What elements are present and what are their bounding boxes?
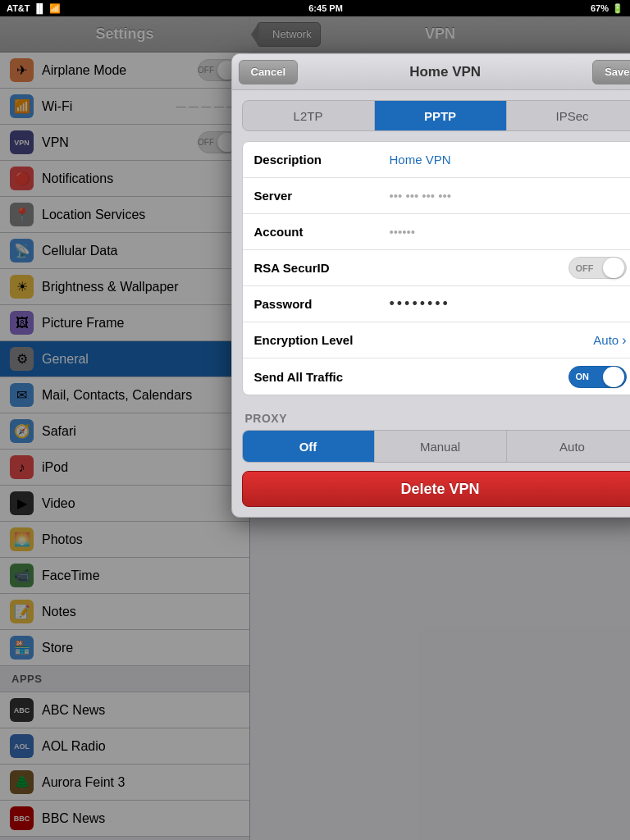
status-left: AT&T ▐▌ 📶 xyxy=(7,3,61,14)
tab-pptp[interactable]: PPTP xyxy=(375,101,507,130)
field-value-account: •••••• xyxy=(390,225,627,239)
field-label-password: Password xyxy=(254,297,390,311)
cancel-button[interactable]: Cancel xyxy=(239,60,299,84)
wifi-icon: 📶 xyxy=(49,3,61,14)
chevron-icon: › xyxy=(622,333,626,348)
status-bar: AT&T ▐▌ 📶 6:45 PM 67% 🔋 xyxy=(0,0,630,16)
tab-ipsec[interactable]: IPSec xyxy=(507,101,631,130)
traffic-toggle[interactable]: ON xyxy=(568,366,627,388)
carrier: AT&T xyxy=(7,3,30,13)
field-label-account: Account xyxy=(254,225,390,239)
rsa-toggle[interactable]: OFF xyxy=(568,257,627,279)
field-label-server: Server xyxy=(254,189,390,203)
status-time: 6:45 PM xyxy=(308,3,343,13)
field-label-encryption: Encryption Level xyxy=(254,333,390,347)
protocol-tab-selector: L2TP PPTP IPSec xyxy=(242,100,631,131)
delete-vpn-button[interactable]: Delete VPN xyxy=(242,471,631,507)
form-section: Description Home VPN Server ••• ••• ••• … xyxy=(242,141,631,395)
field-label-rsa: RSA SecurID xyxy=(254,261,390,275)
form-row-account[interactable]: Account •••••• xyxy=(243,214,631,250)
signal-icon: ▐▌ xyxy=(34,3,47,13)
right-panel: Network VPN VPN OFF Choose a Configurati… xyxy=(250,16,630,840)
rsa-toggle-label: OFF xyxy=(576,263,594,273)
proxy-tab-selector: Off Manual Auto xyxy=(242,430,631,463)
field-value-server: ••• ••• ••• ••• xyxy=(390,189,627,203)
tab-l2tp[interactable]: L2TP xyxy=(243,101,375,130)
field-label-traffic: Send All Traffic xyxy=(254,370,390,384)
form-row-traffic: Send All Traffic ON xyxy=(243,358,631,395)
form-row-password[interactable]: Password •••••••• xyxy=(243,286,631,322)
form-row-server[interactable]: Server ••• ••• ••• ••• xyxy=(243,178,631,214)
modal-header: Cancel Home VPN Save xyxy=(232,54,631,90)
traffic-toggle-label: ON xyxy=(576,372,590,381)
form-row-encryption[interactable]: Encryption Level Auto › xyxy=(243,322,631,358)
proxy-tab-auto[interactable]: Auto xyxy=(507,431,631,462)
battery-icon: 🔋 xyxy=(612,3,623,14)
modal-title: Home VPN xyxy=(409,64,481,80)
field-value-description: Home VPN xyxy=(390,153,627,167)
field-value-encryption: Auto › xyxy=(390,333,627,348)
main-container: Settings ✈ Airplane Mode OFF 📶 Wi-Fi — —… xyxy=(0,16,630,840)
delete-label: Delete VPN xyxy=(400,481,479,498)
battery-percent: 67% xyxy=(591,3,609,13)
proxy-tab-manual[interactable]: Manual xyxy=(375,431,507,462)
form-row-rsa: RSA SecurID OFF xyxy=(243,250,631,286)
proxy-label: Proxy xyxy=(242,405,631,430)
rsa-toggle-knob xyxy=(603,258,624,278)
proxy-section: Proxy Off Manual Auto xyxy=(242,405,631,463)
traffic-toggle-knob xyxy=(603,367,624,387)
save-button[interactable]: Save xyxy=(592,60,630,84)
field-label-description: Description xyxy=(254,153,390,167)
form-row-description[interactable]: Description Home VPN xyxy=(243,142,631,178)
field-value-password: •••••••• xyxy=(390,295,627,313)
proxy-tab-off[interactable]: Off xyxy=(243,431,375,462)
vpn-modal: Cancel Home VPN Save L2TP PPTP IPSec Des… xyxy=(231,53,631,518)
status-right: 67% 🔋 xyxy=(591,3,623,14)
